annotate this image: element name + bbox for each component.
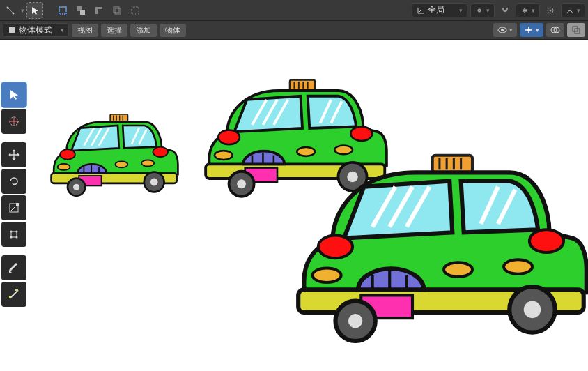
transform-orientation-dropdown[interactable]: 全局 ▾: [412, 3, 467, 17]
svg-rect-24: [16, 203, 19, 206]
canvas-object-taxi-1[interactable]: [49, 113, 195, 211]
svg-rect-6: [98, 9, 102, 14]
tool-transform[interactable]: [1, 222, 26, 247]
svg-rect-25: [11, 232, 17, 237]
header-toolbar: ▾ 全局 ▾ ▾ ▾ ▾: [0, 0, 588, 21]
svg-rect-9: [132, 7, 139, 14]
svg-point-29: [16, 236, 18, 238]
editor-menu-bar: 物体模式 ▾ 视图 选择 添加 物体 ▾ ▾: [0, 21, 588, 40]
tool-sidebar: [0, 80, 28, 310]
chevron-down-icon: ▾: [459, 7, 463, 14]
orientation-label: 全局: [428, 4, 444, 16]
select-mode-invert-icon[interactable]: [127, 3, 143, 18]
svg-point-11: [479, 10, 480, 11]
menu-add[interactable]: 添加: [130, 24, 157, 37]
chevron-down-icon: ▾: [536, 26, 539, 33]
tool-cursor[interactable]: [1, 109, 26, 134]
eye-icon: [497, 26, 507, 34]
svg-point-17: [527, 29, 530, 31]
menu-view[interactable]: 视图: [72, 24, 98, 37]
svg-rect-8: [115, 8, 121, 14]
overlay-icon: [550, 25, 560, 35]
tool-select-box[interactable]: [1, 82, 26, 107]
svg-rect-2: [59, 7, 66, 14]
chevron-down-icon: ▾: [577, 7, 580, 14]
select-mode-box-icon[interactable]: [55, 3, 70, 18]
svg-point-27: [16, 231, 18, 233]
header-right-controls: ▾ ▾: [493, 23, 585, 37]
svg-point-26: [10, 231, 13, 233]
select-mode-extend-icon[interactable]: [73, 3, 88, 18]
tool-move[interactable]: [1, 142, 26, 167]
chevron-down-icon: ▾: [509, 26, 513, 33]
mode-dropdown[interactable]: 物体模式 ▾: [3, 23, 69, 37]
tool-scale[interactable]: [1, 195, 26, 220]
svg-rect-14: [9, 27, 15, 33]
select-mode-subtract-icon[interactable]: [91, 3, 107, 18]
visibility-dropdown[interactable]: ▾: [493, 23, 517, 37]
xray-toggle[interactable]: [567, 23, 585, 37]
svg-point-16: [501, 29, 504, 31]
viewport-3d[interactable]: [0, 40, 588, 371]
select-mode-intersect-icon[interactable]: [109, 3, 125, 18]
overlay-toggle[interactable]: [546, 23, 564, 37]
pivot-point-dropdown[interactable]: ▾: [470, 3, 495, 17]
snap-mode-dropdown[interactable]: ▾: [516, 3, 540, 17]
cursor-tool-icon[interactable]: [27, 3, 42, 18]
menu-select[interactable]: 选择: [101, 24, 127, 37]
tool-measure[interactable]: [1, 282, 26, 307]
proportional-edit-toggle-icon[interactable]: [543, 3, 558, 18]
svg-rect-7: [114, 7, 119, 13]
object-mode-icon: [8, 26, 16, 34]
pivot-icon: [475, 6, 483, 15]
chevron-down-icon: ▾: [61, 26, 64, 33]
falloff-icon: [566, 6, 574, 15]
svg-point-13: [550, 9, 552, 11]
gizmo-toggle[interactable]: ▾: [520, 23, 543, 37]
tool-annotate[interactable]: [1, 255, 26, 280]
xray-icon: [571, 25, 581, 35]
gizmo-icon: [524, 25, 534, 35]
chevron-down-icon: ▾: [21, 7, 24, 14]
canvas-object-taxi-3[interactable]: [293, 151, 588, 354]
tool-rotate[interactable]: [1, 169, 26, 194]
mode-label: 物体模式: [19, 24, 52, 36]
snap-grid-icon: [520, 6, 529, 15]
menu-object[interactable]: 物体: [160, 24, 186, 37]
snap-options-icon[interactable]: [3, 3, 18, 18]
svg-rect-4: [80, 10, 85, 15]
svg-point-28: [10, 236, 13, 238]
chevron-down-icon: ▾: [532, 7, 535, 14]
axes-icon: [417, 6, 425, 15]
proportional-falloff-dropdown[interactable]: ▾: [561, 3, 585, 17]
chevron-down-icon: ▾: [486, 7, 490, 14]
snap-toggle-icon[interactable]: [497, 3, 513, 18]
